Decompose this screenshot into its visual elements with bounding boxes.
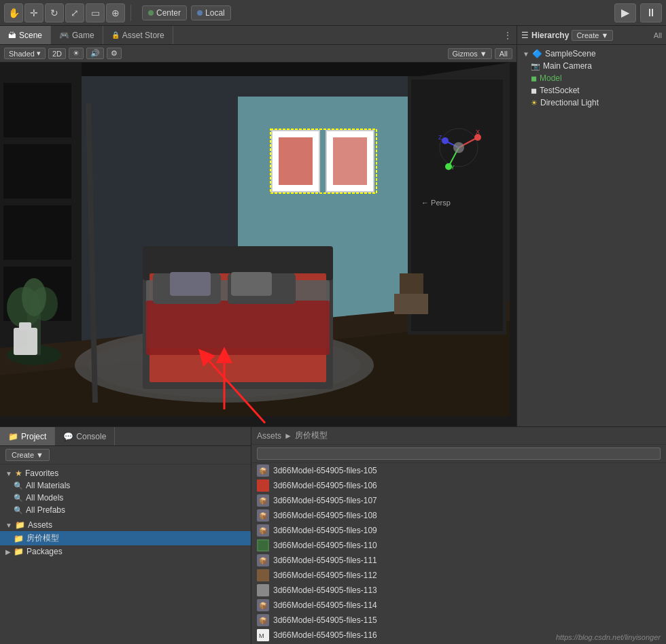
tree-item-assets[interactable]: ▼ 📁 Assets: [0, 519, 251, 531]
asset-thumb-8: [257, 569, 269, 581]
svg-point-48: [442, 137, 449, 144]
tree-item-fangjia[interactable]: 📁 房价模型: [0, 531, 251, 545]
camera-icon: 📷: [531, 62, 540, 71]
asset-label-7: 3d66Model-654905-files-111: [273, 556, 377, 565]
hierarchy-panel: ☰ Hierarchy Create ▼ All ▼ 🔷 SampleScene…: [516, 26, 666, 426]
svg-rect-21: [170, 272, 211, 296]
svg-rect-24: [279, 137, 313, 185]
fangjia-label: 房价模型: [27, 532, 59, 544]
top-toolbar: ✋ ✛ ↻ ⤢ ▭ ⊕ Center Local ▶ ⏸: [0, 0, 666, 26]
project-panel: 📁 Project 💬 Console Create ▼ ▼ ★ Favorit…: [0, 427, 251, 644]
asset-label-1: 3d66Model-654905-files-105: [273, 466, 377, 475]
list-item[interactable]: 📦 3d66Model-654905-files-105: [251, 463, 666, 478]
rect-tool-button[interactable]: ▭: [86, 3, 105, 22]
audio-button[interactable]: 🔊: [86, 48, 104, 59]
console-icon: 💬: [63, 432, 73, 441]
project-create-button[interactable]: Create ▼: [5, 449, 50, 461]
all-prefabs-label: All Prefabs: [26, 505, 65, 515]
hierarchy-item-directional-light[interactable]: ☀ Directional Light: [517, 97, 666, 109]
move-tool-button[interactable]: ✛: [24, 3, 43, 22]
svg-text:Z: Z: [438, 134, 442, 141]
assets-panel: Assets ► 房价模型 📦 3d66Model-654905-files-1…: [251, 427, 666, 644]
hierarchy-title: Hierarchy: [531, 31, 569, 40]
scene-viewport[interactable]: X Y Z ← Persp: [0, 63, 516, 426]
lighting-button[interactable]: ☀: [69, 48, 84, 59]
asset-thumb-7: 📦: [257, 554, 269, 566]
list-item[interactable]: 📦 3d66Model-654905-files-109: [251, 523, 666, 538]
tree-item-packages[interactable]: ▶ 📁 Packages: [0, 545, 251, 558]
all-button[interactable]: All: [495, 48, 512, 59]
hierarchy-item-test-socket[interactable]: ◼ TestSocket: [517, 84, 666, 97]
assets-search-input[interactable]: [257, 447, 661, 460]
hand-tool-button[interactable]: ✋: [4, 3, 23, 22]
tree-item-favorites[interactable]: ▼ ★ Favorites: [0, 467, 251, 479]
tab-asset-store[interactable]: 🔒 Asset Store: [103, 26, 173, 44]
tree-item-all-models[interactable]: 🔍 All Models: [0, 492, 251, 504]
list-item[interactable]: 3d66Model-654905-files-110: [251, 538, 666, 553]
list-item[interactable]: 3d66Model-654905-files-113: [251, 583, 666, 598]
list-item[interactable]: 📦 3d66Model-654905-files-115: [251, 613, 666, 628]
shaded-chevron: ▾: [37, 49, 41, 58]
center-label: Center: [156, 8, 181, 18]
center-toggle[interactable]: Center: [142, 5, 187, 20]
svg-text:X: X: [476, 129, 480, 135]
hierarchy-item-sample-scene[interactable]: ▼ 🔷 SampleScene: [517, 48, 666, 60]
hierarchy-item-main-camera[interactable]: 📷 Main Camera: [517, 60, 666, 72]
svg-rect-7: [3, 205, 71, 260]
rotate-tool-button[interactable]: ↻: [45, 3, 64, 22]
list-item[interactable]: 📦 3d66Model-654905-files-114: [251, 598, 666, 613]
shaded-dropdown[interactable]: Shaded ▾: [4, 48, 46, 59]
gizmos-group: Gizmos ▼ All: [448, 48, 512, 59]
hierarchy-all-button[interactable]: All: [654, 31, 662, 39]
list-item[interactable]: 📦 3d66Model-654905-files-111: [251, 553, 666, 568]
socket-cube-icon: ◼: [531, 86, 537, 95]
list-item[interactable]: 3d66Model-654905-files-106: [251, 478, 666, 493]
list-item[interactable]: 3d66Model-654905-files-112: [251, 568, 666, 583]
bottom-area: 📁 Project 💬 Console Create ▼ ▼ ★ Favorit…: [0, 426, 666, 644]
scene-canvas: X Y Z ← Persp: [0, 63, 516, 426]
asset-label-9: 3d66Model-654905-files-113: [273, 586, 377, 595]
lock-icon: 🔒: [111, 31, 120, 39]
tab-project[interactable]: 📁 Project: [0, 427, 55, 445]
2d-button[interactable]: 2D: [48, 48, 66, 59]
scene-tabs-row: 🏔 Scene 🎮 Game 🔒 Asset Store ⋮: [0, 26, 516, 45]
light-icon: ☀: [531, 99, 538, 107]
tab-console[interactable]: 💬 Console: [55, 427, 115, 445]
play-button[interactable]: ▶: [614, 3, 636, 22]
tab-scene[interactable]: 🏔 Scene: [0, 26, 51, 44]
play-controls: ▶ ⏸: [614, 3, 662, 22]
assets-label: Assets: [28, 520, 52, 530]
tab-game[interactable]: 🎮 Game: [51, 26, 103, 44]
game-tab-icon: 🎮: [59, 31, 69, 40]
center-dot: [148, 10, 154, 16]
asset-label-8: 3d66Model-654905-files-112: [273, 571, 377, 580]
asset-thumb-4: 📦: [257, 509, 269, 522]
svg-rect-18: [146, 301, 330, 355]
assets-arrow: ▼: [5, 522, 12, 529]
project-create-row: Create ▼: [0, 446, 251, 464]
hierarchy-create-button[interactable]: Create ▼: [572, 30, 613, 41]
tree-item-all-materials[interactable]: 🔍 All Materials: [0, 479, 251, 492]
svg-rect-60: [257, 584, 269, 596]
asset-thumb-10: 📦: [257, 599, 269, 611]
pause-button[interactable]: ⏸: [640, 3, 662, 22]
fangjia-folder-icon: 📁: [14, 534, 24, 543]
breadcrumb-folder: 房价模型: [295, 430, 328, 441]
gizmos-button[interactable]: Gizmos ▼: [448, 48, 492, 59]
local-toggle[interactable]: Local: [191, 5, 231, 20]
list-item[interactable]: 📦 3d66Model-654905-files-108: [251, 508, 666, 523]
effects-button[interactable]: ⚙: [107, 48, 122, 59]
directional-light-label: Directional Light: [540, 98, 599, 107]
hierarchy-item-model[interactable]: ◼ Model: [517, 72, 666, 84]
svg-rect-6: [3, 144, 71, 199]
scale-tool-button[interactable]: ⤢: [65, 3, 84, 22]
asset-label-12: 3d66Model-654905-files-116: [273, 630, 377, 640]
tree-item-all-prefabs[interactable]: 🔍 All Prefabs: [0, 504, 251, 516]
create-btn-label: Create ▼: [12, 451, 43, 459]
list-item[interactable]: 📦 3d66Model-654905-files-107: [251, 493, 666, 508]
transform-tool-button[interactable]: ⊕: [106, 3, 125, 22]
packages-label: Packages: [27, 547, 63, 556]
list-item[interactable]: M 3d66Model-654905-files-116: [251, 628, 666, 643]
collapse-arrow: ▼: [523, 50, 529, 58]
tabs-menu-button[interactable]: ⋮: [499, 29, 516, 42]
